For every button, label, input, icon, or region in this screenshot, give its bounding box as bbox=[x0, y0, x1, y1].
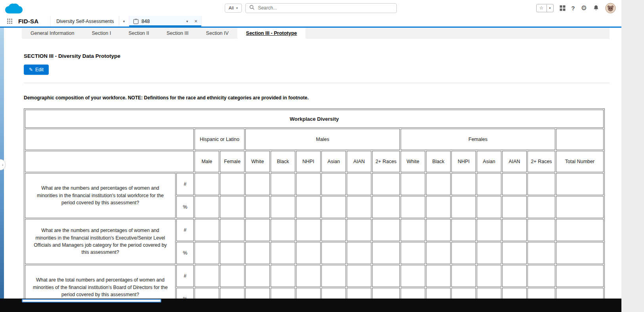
value-cell bbox=[245, 173, 270, 195]
column-header-cell: NHPI bbox=[296, 151, 321, 172]
group-header-cell bbox=[25, 129, 194, 150]
question-cell: What are the total numbers and percentag… bbox=[25, 265, 176, 299]
search-scope-dropdown[interactable]: All ▾ bbox=[225, 4, 242, 13]
measure-label-cell: % bbox=[176, 242, 194, 264]
search-input[interactable] bbox=[257, 5, 393, 11]
value-cell bbox=[296, 288, 321, 299]
value-cell bbox=[321, 265, 346, 287]
value-cell bbox=[296, 242, 321, 264]
value-cell bbox=[426, 173, 451, 195]
value-cell bbox=[401, 265, 425, 287]
horizontal-scrollbar-thumb[interactable] bbox=[22, 299, 161, 302]
value-cell bbox=[556, 265, 604, 287]
value-cell bbox=[271, 173, 295, 195]
column-header-cell: Asian bbox=[321, 151, 346, 172]
value-cell bbox=[372, 219, 400, 241]
close-icon[interactable]: × bbox=[192, 18, 198, 24]
value-cell bbox=[451, 173, 476, 195]
column-header-cell: 2+ Races bbox=[527, 151, 555, 172]
column-header-cell: Black bbox=[271, 151, 295, 172]
value-cell bbox=[271, 265, 295, 287]
column-header-cell: 2+ Races bbox=[372, 151, 400, 172]
value-cell bbox=[426, 219, 451, 241]
value-cell bbox=[321, 196, 346, 218]
measure-label-cell: # bbox=[176, 265, 194, 287]
column-header-cell: Female bbox=[220, 151, 245, 172]
edit-button[interactable]: ✎ Edit bbox=[24, 65, 49, 75]
value-cell bbox=[502, 265, 527, 287]
global-actions-grid-icon[interactable] bbox=[560, 5, 566, 11]
record-tab-label: 848 bbox=[141, 19, 150, 24]
user-avatar[interactable] bbox=[605, 3, 616, 13]
subtab-section-ii[interactable]: Section II bbox=[120, 28, 158, 39]
question-cell: What are the numbers and percentages of … bbox=[25, 219, 176, 264]
value-cell bbox=[477, 288, 501, 299]
chevron-down-icon[interactable]: ▾ bbox=[119, 16, 129, 27]
value-cell bbox=[296, 196, 321, 218]
value-cell bbox=[502, 173, 527, 195]
header-icons: ☆ ▾ ? ⚙ bbox=[536, 3, 617, 13]
help-icon[interactable]: ? bbox=[571, 5, 575, 11]
value-cell bbox=[245, 265, 270, 287]
notifications-bell-icon[interactable] bbox=[593, 5, 599, 11]
column-header-cell: AIAN bbox=[502, 151, 527, 172]
value-cell bbox=[321, 173, 346, 195]
value-cell bbox=[477, 219, 501, 241]
value-cell bbox=[451, 265, 476, 287]
global-search: All ▾ bbox=[225, 3, 397, 13]
value-cell bbox=[220, 265, 245, 287]
main-content: General InformationSection ISection IISe… bbox=[4, 28, 621, 299]
global-header: All ▾ ☆ ▾ ? ⚙ bbox=[0, 0, 621, 16]
value-cell bbox=[372, 265, 400, 287]
value-cell bbox=[195, 242, 219, 264]
value-cell bbox=[372, 288, 400, 299]
value-cell bbox=[220, 173, 245, 195]
column-header-cell: White bbox=[245, 151, 270, 172]
value-cell bbox=[426, 242, 451, 264]
nav-tab-diversity-self-assessments[interactable]: Diversity Self-Assessments ▾ bbox=[50, 16, 129, 27]
value-cell bbox=[502, 196, 527, 218]
value-cell bbox=[401, 288, 425, 299]
search-box bbox=[245, 3, 397, 13]
value-cell bbox=[477, 173, 501, 195]
setup-gear-icon[interactable]: ⚙ bbox=[581, 4, 587, 12]
workspace-tab-848[interactable]: 848 ▾ × bbox=[129, 16, 202, 27]
measure-label-cell: % bbox=[176, 288, 194, 299]
value-cell bbox=[556, 173, 604, 195]
app-name: FID-SA bbox=[17, 16, 50, 27]
measure-label-cell: # bbox=[176, 219, 194, 241]
value-cell bbox=[271, 288, 295, 299]
value-cell bbox=[426, 288, 451, 299]
chevron-down-icon[interactable]: ▾ bbox=[185, 16, 189, 27]
value-cell bbox=[347, 196, 371, 218]
value-cell bbox=[321, 288, 346, 299]
value-cell bbox=[195, 196, 219, 218]
subtab-general-information[interactable]: General Information bbox=[22, 28, 83, 39]
column-header-cell: Asian bbox=[477, 151, 501, 172]
value-cell bbox=[220, 219, 245, 241]
value-cell bbox=[271, 242, 295, 264]
value-cell bbox=[347, 242, 371, 264]
column-header-cell: Black bbox=[426, 151, 451, 172]
value-cell bbox=[451, 288, 476, 299]
desktop-background-strip bbox=[621, 0, 644, 312]
subtab-section-iii[interactable]: Section III bbox=[158, 28, 197, 39]
subtab-section-iv[interactable]: Section IV bbox=[197, 28, 237, 39]
favorites-star-icon[interactable]: ☆ bbox=[536, 4, 547, 12]
value-cell bbox=[451, 242, 476, 264]
app-launcher-waffle-icon[interactable] bbox=[2, 16, 17, 27]
page-title: SECTION III - Diversity Data Prototype bbox=[24, 53, 610, 59]
value-cell bbox=[245, 288, 270, 299]
value-cell bbox=[195, 265, 219, 287]
favorites-expand-icon[interactable]: ▾ bbox=[547, 4, 554, 12]
subtab-section-iii-prototype[interactable]: Section III - Prototype bbox=[237, 28, 306, 39]
subtab-section-i[interactable]: Section I bbox=[83, 28, 120, 39]
value-cell bbox=[347, 265, 371, 287]
value-cell bbox=[296, 219, 321, 241]
column-header-cell: Male bbox=[195, 151, 219, 172]
group-header-cell: Females bbox=[401, 129, 555, 150]
value-cell bbox=[451, 196, 476, 218]
salesforce-cloud-logo[interactable] bbox=[5, 2, 23, 14]
corner-cell bbox=[25, 151, 194, 172]
value-cell bbox=[556, 196, 604, 218]
